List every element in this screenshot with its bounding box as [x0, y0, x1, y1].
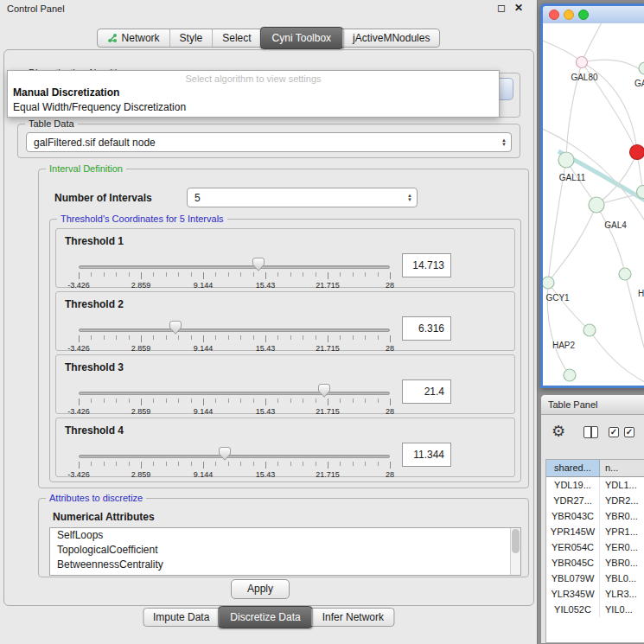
threshold-panel: Threshold 3 -3.426 2.859: [55, 354, 515, 414]
node-gcy1[interactable]: [543, 277, 554, 289]
table-row[interactable]: YDR27...YDR2...: [546, 493, 644, 508]
combobox-arrows-icon[interactable]: ▲▼: [501, 138, 507, 147]
slider-track[interactable]: [79, 392, 390, 395]
node-label: GAL11: [559, 173, 586, 182]
cell-name[interactable]: YER0...: [600, 539, 644, 555]
cell-name[interactable]: YLR3...: [600, 586, 644, 602]
scale-tick-label: 15.43: [256, 470, 276, 479]
cell-shared-name[interactable]: YPR145W: [546, 524, 600, 539]
network-window-titlebar[interactable]: [543, 6, 644, 23]
combobox-arrows-icon[interactable]: ▲▼: [407, 194, 412, 202]
threshold-value-field[interactable]: 21.4: [402, 379, 451, 404]
table-row[interactable]: YBL079WYBL0...: [546, 571, 644, 586]
scale-tick-label: 21.715: [316, 281, 340, 290]
screen: Control Panel ◻ ✕ Network Style Select C…: [0, 0, 644, 644]
slider-track[interactable]: [79, 455, 390, 458]
cell-name[interactable]: YBR0...: [600, 555, 644, 571]
cell-name[interactable]: YDR2...: [600, 493, 644, 508]
node-gal11[interactable]: [558, 152, 574, 168]
cell-shared-name[interactable]: YER054C: [546, 539, 600, 555]
scrollbar-thumb[interactable]: [512, 529, 520, 553]
cell-shared-name[interactable]: YBR045C: [546, 555, 600, 571]
zoom-button[interactable]: [578, 10, 589, 20]
threshold-value-field[interactable]: 14.713: [402, 253, 451, 277]
threshold-value-field[interactable]: 11.344: [402, 443, 451, 467]
group-title: Threshold's Coordinates for 5 Intervals: [57, 214, 227, 224]
cell-name[interactable]: YBL0...: [600, 571, 644, 586]
node[interactable]: [564, 369, 576, 381]
tab-network[interactable]: Network: [98, 29, 169, 47]
gear-icon[interactable]: ⚙: [552, 423, 565, 440]
column-selector-icon[interactable]: [583, 426, 598, 438]
cell-shared-name[interactable]: YLR345W: [546, 586, 600, 602]
minimize-button[interactable]: [564, 10, 574, 20]
tab-jactivemodules[interactable]: jActiveMNodules: [342, 29, 439, 47]
node[interactable]: [639, 62, 644, 74]
table-row[interactable]: YLR345WYLR3...: [546, 586, 644, 602]
cell-shared-name[interactable]: YIL052C: [546, 602, 600, 617]
table-row[interactable]: YIL052CYIL0...: [546, 602, 644, 617]
cell-shared-name[interactable]: YBR043C: [546, 508, 600, 524]
table-row[interactable]: YBR045CYBR0...: [546, 555, 644, 571]
threshold-slider[interactable]: -3.426 2.859 9.144 15.43 21.715 28: [79, 448, 390, 477]
cell-name[interactable]: YIL0...: [600, 602, 644, 617]
table-row[interactable]: YDL19...YDL1...: [546, 477, 644, 493]
cell-name[interactable]: YPR1...: [600, 524, 644, 539]
cell-shared-name[interactable]: YBL079W: [546, 571, 600, 586]
list-item[interactable]: TopologicalCoefficient: [50, 543, 520, 558]
close-icon[interactable]: ✕: [513, 2, 525, 14]
restore-icon[interactable]: ◻: [495, 2, 507, 14]
node[interactable]: [619, 268, 631, 280]
threshold-slider[interactable]: -3.426 2.859 9.144 15.43 21.715 28: [79, 258, 390, 288]
node-label: HAP2: [552, 341, 576, 350]
scale-tick-label: 9.144: [194, 407, 214, 416]
tab-infer-network[interactable]: Infer Network: [312, 609, 393, 626]
table-data-combobox[interactable]: galFiltered.sif default node ▲▼: [26, 132, 512, 152]
threshold-slider[interactable]: -3.426 2.859 9.144 15.43 21.715 28: [79, 322, 390, 351]
cell-name[interactable]: YDL1...: [600, 477, 644, 493]
slider-track[interactable]: [79, 328, 390, 332]
table-row[interactable]: YBR043CYBR0...: [546, 508, 644, 524]
column-header-name[interactable]: n...: [600, 460, 644, 476]
tab-label: Impute Data: [153, 611, 209, 623]
table-row[interactable]: YPR145WYPR1...: [546, 524, 644, 539]
node-gal80[interactable]: [577, 57, 588, 68]
table-panel-titlebar[interactable]: Table Panel: [541, 395, 644, 415]
threshold-slider[interactable]: -3.426 2.859 9.144 15.43 21.715 28: [79, 385, 390, 414]
cell-shared-name[interactable]: YDR27...: [546, 493, 600, 508]
tab-select[interactable]: Select: [212, 29, 260, 47]
tab-label: Style: [180, 32, 203, 44]
node-label: GA: [634, 79, 644, 88]
menu-item-manual-discretization[interactable]: Manual Discretization: [13, 86, 119, 99]
table-row[interactable]: YER054CYER0...: [546, 539, 644, 555]
node-hap2[interactable]: [583, 324, 596, 336]
scale-tick-label: 2.859: [131, 344, 151, 353]
select-all-checkbox-icon[interactable]: ✓: [609, 427, 619, 437]
scale-tick-label: -3.426: [67, 407, 90, 416]
tab-style[interactable]: Style: [169, 29, 213, 47]
tab-discretize-data[interactable]: Discretize Data: [218, 606, 312, 628]
threshold-label: Threshold 2: [65, 298, 124, 310]
cell-name[interactable]: YBR0...: [600, 508, 644, 524]
threshold-value-field[interactable]: 6.316: [402, 316, 451, 341]
slider-track[interactable]: [79, 265, 390, 269]
cell-shared-name[interactable]: YDL19...: [546, 477, 600, 493]
list-item[interactable]: BetweennessCentrality: [50, 558, 520, 572]
threshold-panel: Threshold 4 -3.426 2.859: [55, 418, 515, 477]
close-button[interactable]: [549, 10, 559, 20]
node-selected-red[interactable]: [630, 145, 644, 160]
tab-impute-data[interactable]: Impute Data: [143, 609, 219, 626]
table-toolbar: ⚙ ✓ ✓: [541, 418, 644, 456]
apply-button[interactable]: Apply: [231, 579, 290, 599]
number-of-intervals-combobox[interactable]: 5 ▲▼: [187, 188, 418, 207]
list-item[interactable]: SelfLoops: [50, 528, 520, 543]
slider-ticks: [79, 462, 390, 469]
menu-item-equal-width-frequency[interactable]: Equal Width/Frequency Discretization: [13, 101, 186, 113]
column-header-shared-name[interactable]: shared...: [546, 460, 600, 476]
select-none-checkbox-icon[interactable]: ✓: [624, 427, 634, 437]
network-canvas[interactable]: GAL80 GA GAL11 GAL4 GCY1 H HAP2: [543, 23, 644, 386]
node-gal4[interactable]: [589, 197, 604, 213]
network-nodes: [543, 57, 644, 382]
list-scrollbar[interactable]: [510, 528, 520, 575]
tab-cyni-toolbox[interactable]: Cyni Toolbox: [260, 27, 343, 49]
